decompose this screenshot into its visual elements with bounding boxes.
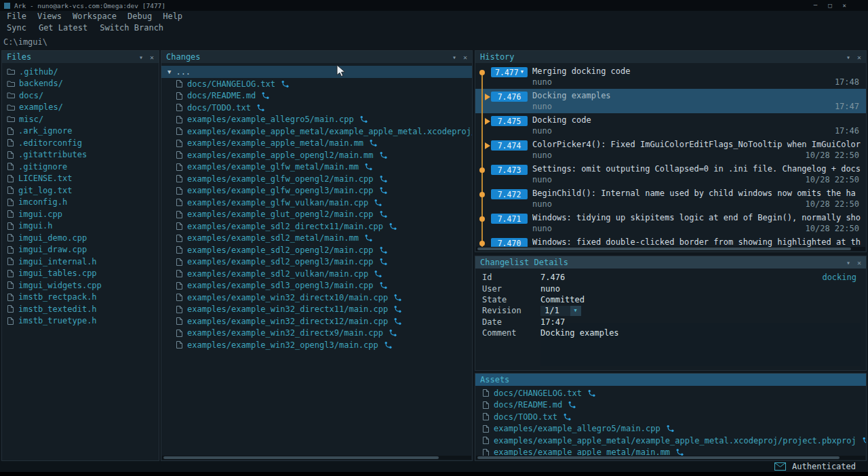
revision-badge[interactable]: 7.477▼ <box>491 67 528 77</box>
change-row[interactable]: examples/example_apple_opengl2/main.mm <box>161 149 472 161</box>
filter-icon[interactable]: ▾ <box>846 259 850 266</box>
hscrollbar-thumb[interactable] <box>163 456 439 459</box>
close-panel-icon[interactable]: ✕ <box>857 54 861 61</box>
asset-path: examples/example_apple_metal/example_app… <box>494 436 856 445</box>
asset-row[interactable]: docs/README.md <box>475 399 866 412</box>
history-commit-row[interactable]: 7.477▼Merging docking codenuno17:48 <box>475 64 866 89</box>
file-row[interactable]: .github/ <box>2 66 159 78</box>
file-row[interactable]: .gitattributes <box>2 149 159 161</box>
changes-hscrollbar[interactable] <box>162 456 471 460</box>
change-row[interactable]: examples/example_allegro5/main.cpp <box>161 114 472 126</box>
history-commit-row[interactable]: 7.471Windows: tidying up skipitems logic… <box>475 211 866 235</box>
change-row[interactable]: docs/README.md <box>161 90 472 102</box>
change-row[interactable]: examples/example_apple_metal/example_app… <box>161 125 472 138</box>
asset-row[interactable]: examples/example_allegro5/main.cpp <box>475 423 866 435</box>
history-commit-row[interactable]: 7.473Settings: omit outputing Collapsed=… <box>475 162 866 186</box>
hscrollbar-thumb[interactable] <box>477 456 840 459</box>
change-row[interactable]: examples/example_glfw_metal/main.mm <box>161 161 472 174</box>
file-row[interactable]: imconfig.h <box>2 197 159 209</box>
details-panel-title: Changelist Details <box>480 258 568 267</box>
assets-hscrollbar[interactable] <box>476 456 865 460</box>
change-row[interactable]: examples/example_win32_directx11/main.cp… <box>161 304 472 316</box>
change-row[interactable]: examples/example_win32_directx12/main.cp… <box>161 315 472 328</box>
history-hscrollbar[interactable] <box>476 247 865 251</box>
asset-row[interactable]: docs/TODO.txt <box>475 411 866 423</box>
revision-combo[interactable]: 1/1 ▼ <box>540 306 581 316</box>
change-row[interactable]: examples/example_glfw_vulkan/main.cpp <box>161 197 472 209</box>
change-row[interactable]: examples/example_apple_metal/main.mm <box>161 138 472 150</box>
file-row[interactable]: imgui_draw.cpp <box>2 244 159 256</box>
close-panel-icon[interactable]: ✕ <box>857 259 861 266</box>
file-row[interactable]: git_log.txt <box>2 184 159 197</box>
revision-badge[interactable]: 7.476 <box>491 92 528 102</box>
branch-icon <box>364 234 373 242</box>
hscrollbar-thumb[interactable] <box>477 247 851 250</box>
close-panel-icon[interactable]: ✕ <box>463 54 467 61</box>
change-row[interactable]: examples/example_sdl2_metal/main.mm <box>161 233 472 245</box>
history-commit-row[interactable]: 7.470Windows: fixed double-clicked borde… <box>475 235 866 247</box>
file-row[interactable]: imgui_demo.cpp <box>2 232 159 244</box>
history-commit-row[interactable]: 7.474ColorPicker4(): Fixed ImGuiColorEdi… <box>475 138 866 162</box>
expander-icon[interactable]: ▼ <box>167 68 171 75</box>
menu-file[interactable]: File <box>1 12 32 21</box>
revision-badge[interactable]: 7.471 <box>491 214 528 224</box>
change-row[interactable]: examples/example_win32_directx10/main.cp… <box>161 292 472 304</box>
file-row[interactable]: imgui_widgets.cpp <box>2 279 159 292</box>
change-row[interactable]: examples/example_sdl3_opengl3/main.cpp <box>161 280 472 292</box>
file-row[interactable]: imstb_textedit.h <box>2 303 159 315</box>
changes-tree-root[interactable]: ▼ ... <box>161 66 472 78</box>
change-row[interactable]: examples/example_glfw_opengl2/main.cpp <box>161 173 472 185</box>
menu-workspace[interactable]: Workspace <box>67 12 122 21</box>
revision-badge[interactable]: 7.473 <box>491 165 528 175</box>
file-row[interactable]: imgui.cpp <box>2 208 159 220</box>
filter-icon[interactable]: ▾ <box>139 54 143 61</box>
change-row[interactable]: examples/example_sdl2_opengl3/main.cpp <box>161 256 472 269</box>
file-row[interactable]: docs/ <box>2 90 159 102</box>
file-row[interactable]: imstb_rectpack.h <box>2 292 159 304</box>
file-row[interactable]: imgui.h <box>2 220 159 233</box>
menu-views[interactable]: Views <box>32 12 67 21</box>
change-row[interactable]: examples/example_sdl2_directx11/main.cpp <box>161 220 472 233</box>
change-row[interactable]: examples/example_win32_directx9/main.cpp <box>161 328 472 340</box>
filter-icon[interactable]: ▾ <box>452 54 456 61</box>
menu-help[interactable]: Help <box>157 12 188 21</box>
file-row[interactable]: .gitignore <box>2 161 159 173</box>
asset-row[interactable]: docs/CHANGELOG.txt <box>475 387 866 399</box>
toolbar-button-get-latest[interactable]: Get Latest <box>33 23 94 33</box>
minimize-icon[interactable]: ─ <box>814 2 817 9</box>
file-row[interactable]: misc/ <box>2 113 159 125</box>
history-commit-row[interactable]: 7.475Docking codenuno17:46 <box>475 113 866 138</box>
change-row[interactable]: examples/example_glfw_opengl3/main.cpp <box>161 185 472 197</box>
revision-badge[interactable]: 7.472 <box>491 189 528 199</box>
close-icon[interactable]: ✕ <box>843 2 846 9</box>
change-row[interactable]: examples/example_glut_opengl2/main.cpp <box>161 209 472 221</box>
file-row[interactable]: .ark_ignore <box>2 125 159 138</box>
file-row[interactable]: LICENSE.txt <box>2 173 159 185</box>
change-row[interactable]: examples/example_sdl2_vulkan/main.cpp <box>161 268 472 280</box>
change-row[interactable]: examples/example_sdl2_opengl2/main.cpp <box>161 244 472 256</box>
file-row[interactable]: examples/ <box>2 102 159 114</box>
revision-badge[interactable]: 7.475 <box>491 116 528 126</box>
menu-debug[interactable]: Debug <box>122 12 157 21</box>
assets-panel-header[interactable]: Assets <box>475 374 866 386</box>
history-commit-row[interactable]: 7.476Docking examplesnuno17:47 <box>475 89 866 113</box>
revision-badge[interactable]: 7.474 <box>491 140 528 151</box>
asset-row[interactable]: examples/example_apple_metal/example_app… <box>475 435 866 447</box>
file-row[interactable]: .editorconfig <box>2 137 159 149</box>
revision-badge[interactable]: 7.470 <box>491 238 528 247</box>
toolbar-button-sync[interactable]: Sync <box>1 23 33 33</box>
close-panel-icon[interactable]: ✕ <box>150 54 154 61</box>
change-row[interactable]: docs/CHANGELOG.txt <box>161 78 472 90</box>
revision-number: 7.474 <box>498 141 521 151</box>
file-row[interactable]: imstb_truetype.h <box>2 315 159 328</box>
change-row[interactable]: docs/TODO.txt <box>161 102 472 114</box>
file-row[interactable]: imgui_internal.h <box>2 256 159 268</box>
toolbar-button-switch-branch[interactable]: Switch Branch <box>94 23 170 33</box>
file-row[interactable]: backends/ <box>2 78 159 90</box>
file-row[interactable]: imgui_tables.cpp <box>2 268 159 280</box>
change-row[interactable]: examples/example_win32_opengl3/main.cpp <box>161 339 472 351</box>
filter-icon[interactable]: ▾ <box>846 54 850 61</box>
combo-arrow-icon[interactable]: ▼ <box>570 306 581 316</box>
maximize-icon[interactable]: □ <box>828 2 831 9</box>
history-commit-row[interactable]: 7.472BeginChild(): Internal name used by… <box>475 186 866 211</box>
